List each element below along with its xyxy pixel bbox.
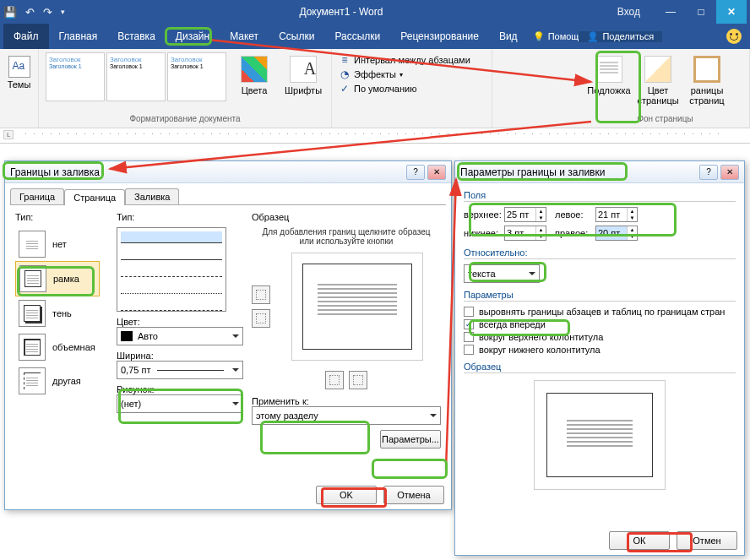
dialog-title: Параметры границы и заливки [460,166,605,178]
tab-insert[interactable]: Вставка [107,24,166,49]
edge-bottom-button[interactable] [252,309,270,328]
window-titlebar: 💾 ↶ ↷ ▾ Документ1 - Word Вход — □ ✕ [0,0,750,24]
ok-button[interactable]: ОК [609,531,670,550]
apply-to-label: Применить к: [252,396,441,406]
minimize-icon[interactable]: — [655,0,686,24]
spacing-icon: ≡ [339,54,351,66]
themes-label: Темы [8,79,31,90]
tab-shading[interactable]: Заливка [125,188,179,204]
close-icon[interactable]: ✕ [716,0,747,24]
apply-to-combo[interactable]: этому разделу [252,406,441,425]
margins-group-label: Поля [464,190,736,202]
feedback-icon[interactable] [721,24,747,49]
page-borders-button[interactable]: раницы страниц [686,52,728,106]
help-icon[interactable]: ? [699,165,718,180]
share-button[interactable]: 👤 Поделиться [579,31,662,42]
pageborders-label: раницы страниц [689,85,724,106]
colors-button[interactable]: Цвета [233,52,275,95]
qat-dropdown-icon[interactable]: ▾ [61,8,65,16]
cancel-button[interactable]: Отмена [383,486,444,504]
pagecolor-label: Цвет страницы [637,85,678,106]
redo-icon[interactable]: ↷ [43,6,52,19]
preview-hint: Для добавления границ щелкните образец и… [252,227,441,246]
fonts-button[interactable]: Шрифты [282,52,324,95]
type-3d[interactable]: объемная [15,330,100,364]
margin-left-spinner[interactable]: ▲▼ [595,207,638,222]
surround-footer-checkbox[interactable]: вокруг нижнего колонтитула [464,345,736,355]
watermark-button[interactable]: Подложка [588,52,630,95]
margin-right-spinner[interactable]: ▲▼ [595,226,638,241]
line-style-list[interactable] [117,227,226,312]
border-options-button[interactable]: Параметры... [380,430,441,449]
borders-shading-dialog: Границы и заливка ? ✕ Граница Страница З… [4,160,452,510]
border-options-dialog: Параметры границы и заливки ? ✕ Поля вер… [454,160,745,556]
undo-icon[interactable]: ↶ [25,6,35,19]
effects-icon: ◔ [339,68,351,80]
tell-me[interactable]: 💡 Помощ [533,31,579,42]
tab-file[interactable]: Файл [3,24,49,49]
width-label: Ширина: [117,351,243,361]
set-default-button[interactable]: ✓По умолчанию [339,83,470,95]
tab-layout[interactable]: Макет [220,24,269,49]
dialog-title: Границы и заливка [10,166,100,178]
art-combo[interactable]: (нет) [117,394,243,413]
ok-button[interactable]: OK [316,486,377,504]
preview-pane[interactable] [291,253,423,361]
measure-from-combo[interactable]: текста [464,264,540,283]
dialog-close-icon[interactable]: ✕ [427,165,446,180]
themes-button[interactable]: Темы [7,52,31,90]
fonts-label: Шрифты [285,85,322,95]
edge-left-button[interactable] [325,371,344,389]
tab-references[interactable]: Ссылки [269,24,324,49]
type-box[interactable]: рамка [15,261,100,296]
page-color-button[interactable]: Цвет страницы [637,52,679,106]
tell-me-label: Помощ [548,31,579,41]
align-borders-checkbox[interactable]: выровнять границы абзацев и таблиц по гр… [464,307,736,317]
always-front-checkbox[interactable]: ✓всегда впереди [464,319,736,329]
type-custom[interactable]: другая [15,364,100,398]
type-none[interactable]: нет [15,227,100,261]
colors-label: Цвета [242,85,268,95]
paragraph-spacing-button[interactable]: ≡Интервал между абзацами [339,54,470,66]
tab-design[interactable]: Дизайн [166,24,220,49]
help-icon[interactable]: ? [406,165,425,180]
save-icon[interactable]: 💾 [3,6,17,19]
params-group-label: Параметры [464,290,736,302]
margin-top-spinner[interactable]: ▲▼ [504,207,546,222]
art-label: Рисунок: [117,384,243,394]
tab-borders[interactable]: Граница [10,188,64,204]
cancel-button[interactable]: Отмен [677,531,737,550]
edge-top-button[interactable] [252,285,270,304]
person-icon: 👤 [587,31,599,42]
horizontal-ruler[interactable]: L [0,128,750,144]
tab-page-border[interactable]: Страница [64,189,125,205]
type-label: Тип: [15,212,108,222]
type-shadow[interactable]: тень [15,296,100,330]
sign-in-link[interactable]: Вход [617,6,640,18]
tab-mailings[interactable]: Рассылки [324,24,390,49]
relative-group-label: Относительно: [464,247,736,259]
maximize-icon[interactable]: □ [686,0,716,24]
tab-review[interactable]: Рецензирование [390,24,489,49]
preview-group-label: Образец [464,362,736,373]
ribbon-design: Темы ЗаголовокЗаголовок 1 ЗаголовокЗагол… [0,49,750,128]
margin-bottom-spinner[interactable]: ▲▼ [504,226,546,241]
window-title: Документ1 - Word [65,6,617,18]
color-label: Цвет: [117,317,243,327]
default-icon: ✓ [339,83,351,95]
color-combo[interactable]: Авто [117,327,243,345]
dialog-close-icon[interactable]: ✕ [720,165,739,180]
surround-header-checkbox[interactable]: вокруг верхнего колонтитула [464,332,736,342]
preview-label: Образец [252,212,441,222]
group-docformat-label: Форматирование документа [46,114,324,126]
share-label: Поделиться [602,31,654,41]
effects-button[interactable]: ◔Эффекты ▾ [339,68,470,80]
options-preview [534,380,666,490]
style-label: Тип: [117,212,243,222]
width-combo[interactable]: 0,75 пт [117,361,243,379]
tab-view[interactable]: Вид [489,24,528,49]
group-pagebg-label: Фон страницы [588,114,742,126]
style-gallery[interactable]: ЗаголовокЗаголовок 1 ЗаголовокЗаголовок … [46,52,226,101]
tab-home[interactable]: Главная [49,24,108,49]
edge-right-button[interactable] [349,371,367,389]
